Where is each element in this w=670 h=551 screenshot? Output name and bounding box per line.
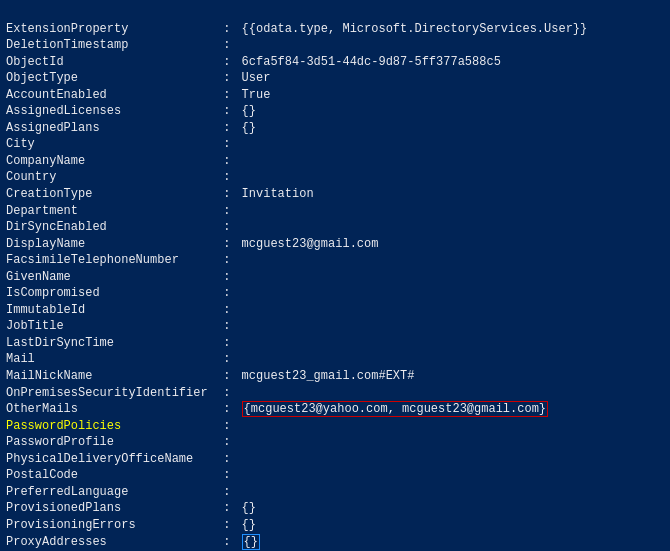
- separator: :: [216, 418, 238, 435]
- property-value: {mcguest23@yahoo.com, mcguest23@gmail.co…: [242, 401, 548, 418]
- table-row: DeletionTimestamp :: [6, 37, 664, 54]
- table-row: OtherMails : {mcguest23@yahoo.com, mcgue…: [6, 401, 664, 418]
- separator: :: [216, 120, 238, 137]
- property-key: ImmutableId: [6, 302, 216, 319]
- property-value: {}: [242, 120, 256, 137]
- table-row: ExtensionProperty : {{odata.type, Micros…: [6, 21, 664, 38]
- property-value: {}: [242, 103, 256, 120]
- property-key: ObjectId: [6, 54, 216, 71]
- separator: :: [216, 136, 238, 153]
- property-key: CompanyName: [6, 153, 216, 170]
- table-row: PostalCode :: [6, 467, 664, 484]
- separator: :: [216, 500, 238, 517]
- separator: :: [216, 517, 238, 534]
- table-row: AccountEnabled : True: [6, 87, 664, 104]
- separator: :: [216, 285, 238, 302]
- separator: :: [216, 236, 238, 253]
- separator: :: [216, 186, 238, 203]
- property-key: DisplayName: [6, 236, 216, 253]
- property-key: OtherMails: [6, 401, 216, 418]
- table-row: LastDirSyncTime :: [6, 335, 664, 352]
- table-row: DirSyncEnabled :: [6, 219, 664, 236]
- table-row: IsCompromised :: [6, 285, 664, 302]
- separator: :: [216, 335, 238, 352]
- terminal-output: ExtensionProperty : {{odata.type, Micros…: [0, 0, 670, 551]
- table-row: ProxyAddresses : {}: [6, 534, 664, 551]
- separator: :: [216, 153, 238, 170]
- property-key: ExtensionProperty: [6, 21, 216, 38]
- separator: :: [216, 269, 238, 286]
- property-value: True: [242, 87, 271, 104]
- table-row: Department :: [6, 203, 664, 220]
- separator: :: [216, 203, 238, 220]
- property-key: PasswordPolicies: [6, 418, 216, 435]
- table-row: Country :: [6, 169, 664, 186]
- property-key: AssignedLicenses: [6, 103, 216, 120]
- separator: :: [216, 70, 238, 87]
- table-row: JobTitle :: [6, 318, 664, 335]
- separator: :: [216, 467, 238, 484]
- property-key: ProvisioningErrors: [6, 517, 216, 534]
- property-value: {}: [242, 517, 256, 534]
- table-row: City :: [6, 136, 664, 153]
- property-key: PreferredLanguage: [6, 484, 216, 501]
- table-row: ProvisionedPlans : {}: [6, 500, 664, 517]
- separator: :: [216, 252, 238, 269]
- table-row: CompanyName :: [6, 153, 664, 170]
- separator: :: [216, 219, 238, 236]
- property-key: ProvisionedPlans: [6, 500, 216, 517]
- property-key: Department: [6, 203, 216, 220]
- separator: :: [216, 385, 238, 402]
- property-key: OnPremisesSecurityIdentifier: [6, 385, 216, 402]
- table-row: PasswordPolicies :: [6, 418, 664, 435]
- table-row: PasswordProfile :: [6, 434, 664, 451]
- property-key: FacsimileTelephoneNumber: [6, 252, 216, 269]
- property-key: CreationType: [6, 186, 216, 203]
- table-row: AssignedLicenses : {}: [6, 103, 664, 120]
- property-key: JobTitle: [6, 318, 216, 335]
- property-key: ProxyAddresses: [6, 534, 216, 551]
- separator: :: [216, 87, 238, 104]
- separator: :: [216, 21, 238, 38]
- table-row: DisplayName : mcguest23@gmail.com: [6, 236, 664, 253]
- table-row: GivenName :: [6, 269, 664, 286]
- property-key: MailNickName: [6, 368, 216, 385]
- separator: :: [216, 169, 238, 186]
- property-key: DeletionTimestamp: [6, 37, 216, 54]
- table-row: Mail :: [6, 351, 664, 368]
- table-row: ObjectType : User: [6, 70, 664, 87]
- property-value: {}: [242, 500, 256, 517]
- separator: :: [216, 484, 238, 501]
- property-key: ObjectType: [6, 70, 216, 87]
- separator: :: [216, 434, 238, 451]
- property-value: mcguest23@gmail.com: [242, 236, 379, 253]
- property-key: AccountEnabled: [6, 87, 216, 104]
- property-key: DirSyncEnabled: [6, 219, 216, 236]
- property-key: IsCompromised: [6, 285, 216, 302]
- property-value: 6cfa5f84-3d51-44dc-9d87-5ff377a588c5: [242, 54, 501, 71]
- table-row: PhysicalDeliveryOfficeName :: [6, 451, 664, 468]
- property-value: {{odata.type, Microsoft.DirectoryService…: [242, 21, 588, 38]
- separator: :: [216, 54, 238, 71]
- property-value: mcguest23_gmail.com#EXT#: [242, 368, 415, 385]
- table-row: CreationType : Invitation: [6, 186, 664, 203]
- property-key: City: [6, 136, 216, 153]
- property-key: GivenName: [6, 269, 216, 286]
- property-key: Country: [6, 169, 216, 186]
- table-row: AssignedPlans : {}: [6, 120, 664, 137]
- property-key: AssignedPlans: [6, 120, 216, 137]
- separator: :: [216, 534, 238, 551]
- separator: :: [216, 302, 238, 319]
- table-row: FacsimileTelephoneNumber :: [6, 252, 664, 269]
- table-row: ProvisioningErrors : {}: [6, 517, 664, 534]
- property-key: PostalCode: [6, 467, 216, 484]
- table-row: OnPremisesSecurityIdentifier :: [6, 385, 664, 402]
- separator: :: [216, 368, 238, 385]
- property-key: PhysicalDeliveryOfficeName: [6, 451, 216, 468]
- separator: :: [216, 401, 238, 418]
- separator: :: [216, 318, 238, 335]
- property-value: User: [242, 70, 271, 87]
- separator: :: [216, 351, 238, 368]
- table-row: PreferredLanguage :: [6, 484, 664, 501]
- table-row: ObjectId : 6cfa5f84-3d51-44dc-9d87-5ff37…: [6, 54, 664, 71]
